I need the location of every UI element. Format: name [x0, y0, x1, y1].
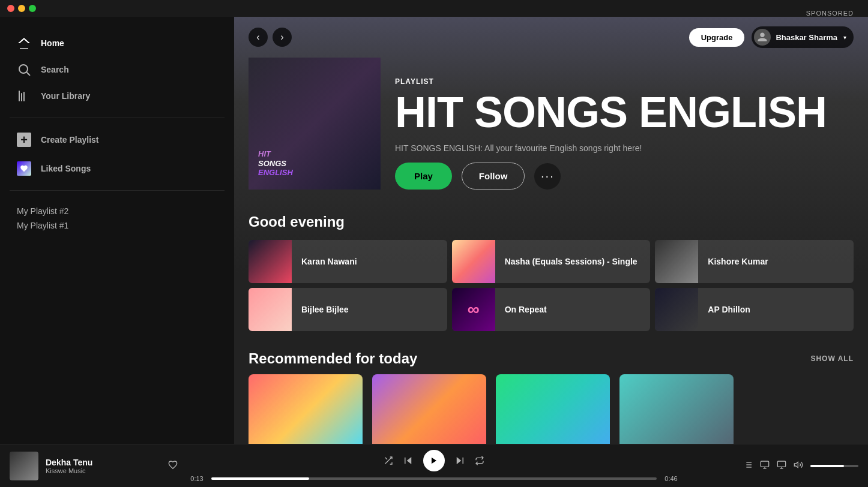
sidebar-item-home[interactable]: Home	[10, 31, 225, 55]
back-button[interactable]: ‹	[249, 28, 268, 47]
create-playlist-action[interactable]: + Create Playlist	[10, 128, 225, 152]
playlist-link-1[interactable]: My Playlist #1	[17, 220, 217, 232]
sidebar-item-library[interactable]: Your Library	[10, 84, 225, 108]
time-elapsed: 0:13	[187, 475, 206, 482]
player-buttons	[384, 450, 484, 471]
playlist-actions: Play Follow ···	[395, 163, 854, 190]
progress-bar[interactable]	[211, 477, 657, 480]
player-track-name: Dekha Tenu	[46, 458, 161, 467]
quick-picks-grid: Karan Nawani Nasha (Equals Sessions) - S…	[249, 240, 854, 331]
main-content: ‹ › Upgrade Bhaskar Sharma ▾ HIT	[234, 17, 868, 444]
more-options-button[interactable]: ···	[534, 163, 561, 190]
rec-thumb-2	[372, 374, 486, 444]
playlist-info: PLAYLIST HIT SONGS ENGLISH HIT SONGS ENG…	[395, 77, 854, 190]
player-heart-button[interactable]	[168, 460, 178, 472]
liked-songs-action[interactable]: Liked Songs	[10, 157, 225, 181]
follow-button[interactable]: Follow	[462, 163, 525, 190]
svg-line-6	[385, 457, 387, 459]
cover-english-text: ENGLISH	[258, 168, 293, 178]
svg-marker-7	[407, 457, 412, 464]
shuffle-button[interactable]	[384, 456, 393, 465]
traffic-lights	[7, 5, 36, 12]
card-karan-nawani[interactable]: Karan Nawani	[249, 240, 447, 283]
user-menu-chevron-icon: ▾	[843, 34, 846, 41]
rec-thumb-1	[249, 374, 363, 444]
search-icon	[17, 62, 31, 77]
next-button[interactable]	[454, 455, 465, 466]
volume-fill	[810, 465, 844, 467]
svg-rect-18	[761, 461, 768, 467]
upgrade-button[interactable]: Upgrade	[689, 28, 745, 47]
player-track-artist: Kisswe Music	[46, 467, 161, 474]
lyrics-icon[interactable]	[743, 460, 753, 472]
sidebar-nav: Home Search Your Library	[10, 31, 225, 108]
rec-thumb-4	[619, 374, 734, 444]
svg-rect-3	[21, 93, 22, 101]
playlist-type-label: PLAYLIST	[395, 77, 854, 86]
svg-marker-24	[794, 462, 798, 467]
liked-songs-icon	[17, 161, 31, 176]
card-bijlee-bijlee-label: Bijlee Bijlee	[292, 305, 358, 314]
player-right-controls	[690, 460, 858, 472]
devices-icon[interactable]	[777, 460, 786, 472]
maximize-button[interactable]	[29, 5, 36, 12]
play-pause-button[interactable]	[423, 450, 445, 471]
card-kishore-kumar[interactable]: Kishore Kumar	[655, 240, 854, 283]
playlist-links: My Playlist #2 My Playlist #1	[10, 200, 225, 236]
svg-rect-4	[23, 92, 25, 101]
on-repeat-symbol: ∞	[468, 300, 480, 319]
forward-button[interactable]: ›	[273, 28, 292, 47]
recommended-header: Recommended for today SHOW ALL	[234, 341, 868, 374]
queue-icon[interactable]	[760, 460, 770, 472]
svg-rect-21	[777, 461, 785, 467]
player-bar: Dekha Tenu Kisswe Music 0:13	[0, 444, 868, 487]
card-karan-nawani-label: Karan Nawani	[292, 257, 367, 266]
player-track-thumbnail	[10, 452, 38, 480]
play-button[interactable]: Play	[395, 163, 452, 190]
card-ap-dhillon[interactable]: AP Dhillon	[655, 288, 854, 331]
player-controls: 0:13 0:46	[187, 450, 681, 482]
user-name: Bhaskar Sharma	[776, 33, 837, 42]
create-playlist-label: Create Playlist	[41, 135, 99, 145]
playlist-description: HIT SONGS ENGLISH: All your favourite En…	[395, 143, 854, 153]
playlist-link-2[interactable]: My Playlist #2	[17, 205, 217, 217]
show-all-button[interactable]: SHOW ALL	[810, 354, 854, 363]
recommended-cards	[234, 374, 868, 444]
minimize-button[interactable]	[18, 5, 25, 12]
thumb-kishore-kumar	[655, 240, 698, 283]
previous-button[interactable]	[403, 455, 414, 466]
create-playlist-icon: +	[17, 133, 31, 147]
top-right-controls: Upgrade Bhaskar Sharma ▾	[689, 26, 854, 48]
playlist-header: HIT SONGS ENGLISH PLAYLIST HIT SONGS ENG…	[234, 58, 868, 204]
card-nasha-equals-label: Nasha (Equals Sessions) - Single	[495, 257, 647, 266]
rec-card-4[interactable]	[619, 374, 734, 444]
svg-marker-10	[457, 457, 462, 464]
svg-marker-9	[432, 457, 436, 464]
thumb-ap-dhillon	[655, 288, 698, 331]
titlebar	[0, 0, 868, 17]
repeat-button[interactable]	[475, 456, 484, 465]
search-label: Search	[41, 65, 69, 74]
cover-hit-text: HIT	[258, 149, 293, 159]
nav-arrows: ‹ ›	[249, 28, 292, 47]
user-menu-button[interactable]: Bhaskar Sharma ▾	[752, 26, 854, 48]
sidebar-divider	[10, 118, 225, 118]
rec-card-3[interactable]	[496, 374, 610, 444]
progress-bar-container: 0:13 0:46	[187, 475, 681, 482]
thumb-nasha-equals	[452, 240, 495, 283]
volume-icon[interactable]	[794, 460, 803, 472]
rec-card-1[interactable]	[249, 374, 363, 444]
thumb-karan-nawani	[249, 240, 292, 283]
card-ap-dhillon-label: AP Dhillon	[698, 305, 760, 314]
card-nasha-equals[interactable]: Nasha (Equals Sessions) - Single	[452, 240, 651, 283]
close-button[interactable]	[7, 5, 14, 12]
time-total: 0:46	[662, 475, 681, 482]
library-label: Your Library	[41, 91, 90, 101]
rec-card-2[interactable]	[372, 374, 486, 444]
card-bijlee-bijlee[interactable]: Bijlee Bijlee	[249, 288, 447, 331]
sidebar-item-search[interactable]: Search	[10, 58, 225, 82]
card-on-repeat-label: On Repeat	[495, 305, 556, 314]
good-evening-title: Good evening	[249, 214, 854, 230]
volume-bar[interactable]	[810, 465, 858, 467]
card-on-repeat[interactable]: ∞ On Repeat	[452, 288, 651, 331]
